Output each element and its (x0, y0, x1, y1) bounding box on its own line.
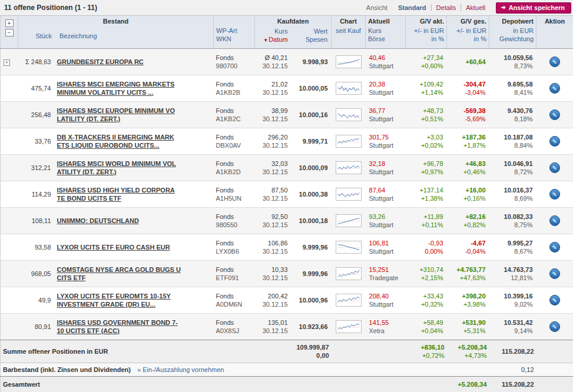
header-gv-akt-eur: +/- in EUR (408, 26, 444, 35)
collapse-all-icon[interactable]: − (5, 29, 14, 36)
wp-art: Fonds (216, 133, 253, 141)
buy-value: 9.999,71 (294, 137, 328, 145)
expand-row-icon[interactable]: + (4, 59, 10, 66)
trade-action-button[interactable]: ✎ (549, 109, 560, 120)
position-name-link[interactable]: COMSTAGE NYSE ARCA GOLD BUGS UCITS ETF (57, 265, 181, 282)
exchange: Stuttgart (369, 168, 403, 176)
wp-art: Fonds (216, 54, 253, 62)
sparkline-chart (336, 111, 362, 118)
trade-action-button[interactable]: ✎ (549, 242, 560, 253)
wkn: A0DM6N (216, 300, 253, 308)
deposit-withdraw-link[interactable]: » Ein-/Auszahlung vornehmen (137, 366, 224, 373)
position-name-link[interactable]: LYXOR UCITS ETF EUROMTS 10-15YINVESTMENT… (57, 292, 171, 308)
header-wert[interactable]: Wert (292, 27, 327, 35)
position-name-link[interactable]: DB X-TRACKERS II EMERGING MARKETS LIQUID… (57, 133, 174, 150)
sparkline-chart (336, 270, 362, 277)
position-name-link[interactable]: ISHARES USD HIGH YIELD CORPORATE BOND UC… (57, 186, 175, 202)
cash-value: 0,12 (489, 363, 536, 377)
view-details-link[interactable]: Details (431, 4, 461, 11)
wkn: A1KB2C (216, 115, 253, 123)
buy-price: 296,20 (257, 133, 288, 141)
weighting: 8,41% (492, 88, 533, 97)
sum-gv-akt-pct: +0,72% (408, 351, 445, 360)
position-name-link[interactable]: ISHARES MSCI EUROPE MINIMUM VOLATILITY (… (57, 107, 175, 123)
weighting: 9,14% (492, 327, 533, 335)
trade-action-button[interactable]: ✎ (549, 189, 560, 200)
view-standard-link[interactable]: Standard (393, 4, 431, 11)
depot-value: 10.531,42 (492, 318, 533, 327)
header-datum[interactable]: Datum (269, 36, 287, 43)
view-label: Ansicht (366, 4, 387, 11)
position-name-link[interactable]: ISHARES MSCI EMERGING MARKETSMINIMUM VOL… (57, 80, 175, 97)
gv-ges-pct: +5,31% (449, 327, 486, 335)
depot-value: 9.995,27 (492, 239, 533, 247)
shares-count: Σ 248,63 (18, 49, 55, 75)
header-aktuell: Aktuell (368, 18, 403, 26)
current-price: 15,251 (369, 265, 403, 274)
position-row: + 475,74 ISHARES MSCI EMERGING MARKETSMI… (1, 75, 573, 102)
shares-count: 114,29 (18, 181, 55, 208)
buy-value: 10.000,09 (294, 164, 328, 172)
expand-all-icon[interactable]: + (5, 19, 14, 27)
trade-action-button[interactable]: ✎ (549, 295, 560, 305)
gv-akt-eur: +3,03 (408, 133, 443, 141)
wkn: DBX0AV (216, 141, 253, 150)
current-price: 20,38 (369, 80, 403, 88)
depot-value: 10.059,56 (492, 54, 533, 62)
weighting: 8,67% (492, 247, 533, 255)
gv-akt-eur: +11,89 (408, 212, 443, 221)
trade-action-button[interactable]: ✎ (549, 215, 560, 226)
header-kurs[interactable]: Kurs (255, 27, 288, 35)
sparkline-chart (336, 323, 362, 330)
pencil-icon: ✎ (552, 138, 557, 145)
gv-akt-pct: +0,60% (408, 62, 443, 70)
wkn: A1KB2D (216, 168, 253, 176)
shares-count: 49,9 (18, 287, 55, 314)
position-row: + 968,05 COMSTAGE NYSE ARCA GOLD BUGS UC… (1, 261, 573, 287)
gv-akt-eur: +48,73 (408, 107, 443, 115)
gv-akt-pct: +0,02% (408, 141, 443, 150)
buy-date: 30.12.15 (257, 88, 288, 97)
buy-date: 30.12.15 (257, 327, 288, 335)
trade-action-button[interactable]: ✎ (549, 57, 560, 67)
buy-date: 30.12.15 (257, 221, 288, 229)
wp-art: Fonds (216, 186, 253, 194)
position-row: + 93,58 LYXOR UCITS ETF EURO CASH EUR Fo… (1, 234, 573, 261)
trade-action-button[interactable]: ✎ (549, 321, 560, 332)
buy-date: 30.12.15 (257, 300, 288, 308)
table-header-row: + − Bestand Stück Bezeichnung WP-Art WKN… (1, 16, 573, 49)
shares-count: 256,48 (18, 102, 55, 128)
depot-value: 9.695,58 (492, 80, 533, 88)
header-bezeichnung[interactable]: Bezeichnung (55, 32, 213, 40)
position-name-link[interactable]: ISHARES USD GOVERNMENT BOND 7-10 UCITS E… (57, 318, 178, 335)
gv-akt-pct: +0,32% (408, 300, 443, 308)
wp-art: Fonds (216, 239, 253, 247)
depot-value: 10.082,33 (492, 212, 533, 221)
position-name-link[interactable]: ISHARES MSCI WORLD MINIMUM VOLATILITY (D… (57, 160, 176, 176)
trade-action-button[interactable]: ✎ (549, 83, 560, 94)
save-view-button[interactable]: ➜ Ansicht speichern (496, 2, 571, 14)
depot-value: 9.430,76 (492, 107, 533, 115)
position-name-link[interactable]: LYXOR UCITS ETF EURO CASH EUR (57, 243, 170, 251)
gv-akt-eur: +27,34 (408, 54, 443, 62)
buy-price: 10,33 (257, 265, 288, 274)
position-row: + 312,21 ISHARES MSCI WORLD MINIMUM VOLA… (1, 155, 573, 181)
trade-action-button[interactable]: ✎ (549, 268, 560, 279)
trade-action-button[interactable]: ✎ (549, 136, 560, 147)
header-boerse: Börse (368, 35, 403, 43)
gv-akt-eur: +137,14 (408, 186, 443, 194)
sum-label: Summe offener Positionen in EUR (1, 340, 292, 363)
header-gv-ges: G/V ges. (449, 18, 486, 26)
gv-ges-eur: -4,67 (449, 239, 486, 247)
position-name-link[interactable]: UNIIMMO: DEUTSCHLAND (57, 217, 139, 225)
trade-action-button[interactable]: ✎ (549, 162, 560, 173)
position-name-link[interactable]: GRUNDBESITZ EUROPA RC (57, 58, 144, 66)
gv-ges-eur: +531,90 (449, 318, 486, 327)
current-price: 106,81 (369, 239, 403, 247)
sparkline-chart (336, 296, 362, 303)
gv-akt-pct: +1,14% (408, 88, 443, 97)
current-price: 32,18 (369, 160, 403, 168)
header-wkn: WKN (216, 35, 252, 43)
header-akt-kurs[interactable]: Kurs (368, 26, 403, 35)
view-aktuell-link[interactable]: Aktuell (461, 4, 490, 11)
